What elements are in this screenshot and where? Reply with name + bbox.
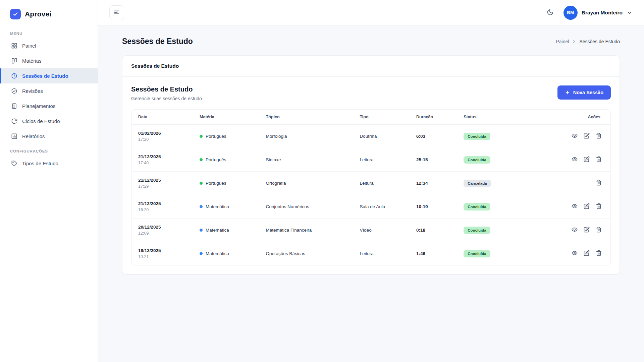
cell-date: 01/02/202617:20 <box>131 125 193 148</box>
avatar: BM <box>564 6 578 20</box>
section-head: Sessões de Estudo Gerencie suas sessões … <box>131 85 611 101</box>
cell-status: Concluída <box>457 125 560 148</box>
brand[interactable]: Aprovei <box>0 0 98 26</box>
subject-color-dot <box>200 229 203 232</box>
breadcrumb-parent[interactable]: Painel <box>556 39 569 44</box>
new-session-button-label: Nova Sessão <box>573 90 603 95</box>
delete-session-button[interactable] <box>594 225 603 235</box>
sidebar-item-sessoes-de-estudo[interactable]: Sessões de Estudo <box>0 68 98 83</box>
brand-check-icon <box>10 9 21 19</box>
sidebar-item-tipos-de-estudo[interactable]: Tipos de Estudo <box>0 156 98 171</box>
config-section-label: CONFIGURAÇÕES <box>0 144 98 156</box>
trash-icon <box>596 133 602 140</box>
sidebar-item-ciclos-de-estudo[interactable]: Ciclos de Estudo <box>0 114 98 129</box>
topbar: BM Brayan Monteiro <box>98 0 644 25</box>
cycle-icon <box>11 118 17 124</box>
cell-actions <box>560 148 610 172</box>
table-header-row: DataMatériaTópicoTipoDuraçãoStatusAções <box>131 110 610 125</box>
subject-color-dot <box>200 252 203 255</box>
cell-date: 21/12/202517:29 <box>131 172 193 195</box>
eye-icon <box>572 203 578 210</box>
edit-session-button[interactable] <box>582 249 591 258</box>
delete-session-button[interactable] <box>594 202 603 212</box>
cell-topic: Conjuntos Numéricos <box>259 195 353 219</box>
view-session-button[interactable] <box>570 202 579 212</box>
cell-status: Cancelada <box>457 172 560 195</box>
card-header-title: Sessões de Estudo <box>122 56 620 77</box>
dark-mode-toggle-button[interactable] <box>543 6 557 20</box>
session-date: 19/12/2025 <box>138 248 186 253</box>
sidebar-toggle-button[interactable] <box>109 5 124 20</box>
session-date: 21/12/2025 <box>138 178 186 183</box>
session-date: 21/12/2025 <box>138 154 186 159</box>
new-session-button[interactable]: Nova Sessão <box>557 85 611 100</box>
sidebar-item-revisoes[interactable]: Revisões <box>0 83 98 99</box>
sidebar-item-painel[interactable]: Painel <box>0 38 98 53</box>
chevron-right-icon <box>572 39 577 44</box>
delete-session-button[interactable] <box>594 155 603 165</box>
edit-session-button[interactable] <box>582 131 591 141</box>
session-time: 17:40 <box>138 161 186 165</box>
delete-session-button[interactable] <box>594 178 603 188</box>
section-title: Sessões de Estudo <box>131 85 202 93</box>
cell-status: Concluída <box>457 242 560 265</box>
cell-date: 21/12/202517:40 <box>131 148 193 172</box>
cell-type: Vídeo <box>353 219 410 242</box>
subject-color-dot <box>200 158 203 161</box>
cell-duration: 6:03 <box>410 125 457 148</box>
edit-icon <box>584 203 590 210</box>
cell-subject: Português <box>193 148 259 172</box>
section-head-text: Sessões de Estudo Gerencie suas sessões … <box>131 85 202 101</box>
session-date: 01/02/2026 <box>138 131 186 136</box>
session-date: 20/12/2025 <box>138 225 186 230</box>
dashboard-icon <box>11 43 17 49</box>
delete-session-button[interactable] <box>594 249 603 258</box>
view-session-button[interactable] <box>570 249 579 258</box>
view-session-button[interactable] <box>570 225 579 235</box>
view-session-button[interactable] <box>570 131 579 141</box>
edit-icon <box>584 250 590 257</box>
cell-type: Doutrina <box>353 125 410 148</box>
sessions-card: Sessões de Estudo Sessões de Estudo Gere… <box>122 55 620 275</box>
sidebar-item-relatorios[interactable]: Relatórios <box>0 129 98 144</box>
cell-topic: Ortografia <box>259 172 353 195</box>
clock-icon <box>11 73 17 79</box>
session-time: 10:21 <box>138 254 186 259</box>
view-session-button[interactable] <box>570 155 579 165</box>
sidebar: Aprovei MENU PainelMatériasSessões de Es… <box>0 0 98 362</box>
edit-session-button[interactable] <box>582 225 591 235</box>
edit-icon <box>584 133 590 140</box>
table-row: 20/12/202512:09MatemáticaMatemática Fina… <box>131 219 610 242</box>
subject-name: Português <box>206 157 226 162</box>
sidebar-item-planejamentos[interactable]: Planejamentos <box>0 99 98 114</box>
delete-session-button[interactable] <box>594 131 603 141</box>
column-header-topico: Tópico <box>259 110 353 125</box>
sidebar-item-label: Painel <box>22 43 36 49</box>
cell-actions <box>560 242 610 265</box>
eye-icon <box>572 156 578 163</box>
session-time: 17:29 <box>138 184 186 189</box>
cell-subject: Matemática <box>193 242 259 265</box>
sidebar-item-label: Sessões de Estudo <box>22 73 68 79</box>
sidebar-item-label: Relatórios <box>22 133 45 139</box>
user-menu[interactable]: BM Brayan Monteiro <box>564 6 633 20</box>
cell-actions <box>560 195 610 219</box>
cell-subject: Matemática <box>193 195 259 219</box>
status-badge: Cancelada <box>464 180 491 187</box>
cell-topic: Matemática Financeira <box>259 219 353 242</box>
cell-subject: Português <box>193 172 259 195</box>
app-root: Aprovei MENU PainelMatériasSessões de Es… <box>0 0 644 362</box>
edit-session-button[interactable] <box>582 202 591 212</box>
page-title: Sessões de Estudo <box>122 37 193 46</box>
subject-name: Português <box>206 181 226 186</box>
subjects-icon <box>11 58 17 64</box>
column-header-status: Status <box>457 110 560 125</box>
trash-icon <box>596 156 602 163</box>
sidebar-item-label: Revisões <box>22 88 43 94</box>
sidebar-item-materias[interactable]: Matérias <box>0 53 98 68</box>
subject-color-dot <box>200 182 203 185</box>
session-time: 16:20 <box>138 207 186 212</box>
bar-chart-icon <box>11 133 17 139</box>
table-row: 21/12/202517:29PortuguêsOrtografiaLeitur… <box>131 172 610 195</box>
edit-session-button[interactable] <box>582 155 591 165</box>
